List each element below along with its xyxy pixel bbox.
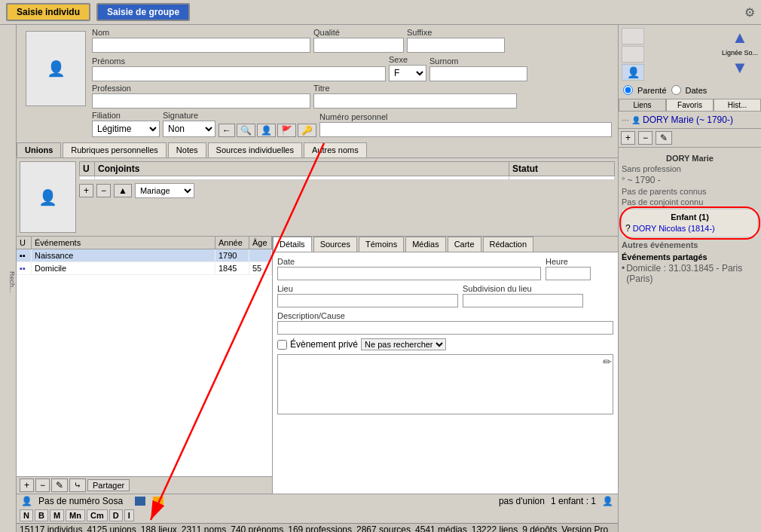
enfant-section-header: Enfant (1) [625, 212, 754, 222]
event-col-evenements: Événements [32, 237, 215, 249]
filiation-select[interactable]: Légitime Naturelle [92, 121, 160, 137]
surnom-input[interactable] [429, 66, 527, 81]
numero-personnel-label: Numéro personnel [319, 112, 612, 121]
qualite-input[interactable] [313, 38, 404, 53]
detail-row-lieu: Lieu Subdivision du lieu [277, 284, 613, 307]
tab-rubriques[interactable]: Rubriques personnelles [63, 142, 167, 157]
sidebar-label: Rech... [8, 271, 16, 293]
subdivision-input[interactable] [463, 294, 583, 307]
nav-b[interactable]: B [35, 509, 48, 521]
details-panel: Détails Sources Témoins Médias Carte Réd… [273, 237, 618, 494]
right-tab-liens[interactable]: Liens [619, 99, 666, 111]
detail-tab-sources[interactable]: Sources [313, 237, 357, 252]
status-dot-2 [153, 497, 164, 506]
arrow-left-btn[interactable]: ← [219, 124, 235, 137]
detail-tab-details[interactable]: Détails [273, 237, 312, 252]
detail-tab-redaction[interactable]: Rédaction [483, 237, 534, 252]
person-entry-name[interactable]: DORY Marie (~ 1790-) [643, 115, 733, 125]
tree-arrow-up[interactable]: ▲ [732, 28, 748, 47]
gear-icon[interactable]: ⚙ [744, 5, 755, 20]
suffixe-input[interactable] [407, 38, 505, 53]
union-remove-btn[interactable]: − [96, 184, 111, 197]
event-remove-btn[interactable]: − [35, 478, 50, 492]
detail-row-date: Date vers 1790 Heure [277, 257, 613, 280]
saisie-groupe-button[interactable]: Saisie de groupe [96, 3, 190, 21]
right-tab-favoris[interactable]: Favoris [666, 99, 714, 111]
stat-noms: 2311 noms [182, 524, 226, 532]
event-share-btn[interactable]: ⤷ [69, 478, 86, 492]
events-table-body: ▪▪ Naissance 1790 ▪▪ Domicile 1845 55 [17, 249, 272, 476]
filiation-field: Filiation Légitime Naturelle [92, 111, 160, 137]
stat-unions: 4125 unions [87, 524, 136, 532]
tab-sources-individuelles[interactable]: Sources individuelles [208, 142, 302, 157]
stat-professions: 169 professions [288, 524, 352, 532]
tab-notes[interactable]: Notes [168, 142, 206, 157]
event-edit-btn[interactable]: ✎ [51, 478, 68, 492]
saisie-individu-button[interactable]: Saisie individu [6, 3, 90, 21]
search-btn[interactable]: 🔍 [237, 124, 255, 137]
signature-select[interactable]: Non Oui [163, 121, 215, 137]
key-btn[interactable]: 🔑 [298, 124, 316, 137]
tab-autres-noms[interactable]: Autres noms [304, 142, 367, 157]
description-input[interactable] [277, 321, 613, 335]
union-up-btn[interactable]: ▲ [114, 184, 132, 197]
event-add-btn[interactable]: + [20, 478, 34, 492]
nav-mn[interactable]: Mn [66, 509, 85, 521]
surnom-label: Surnom [429, 57, 527, 66]
child-section: Enfant (1) ? DORY Nicolas (1814-) [622, 209, 758, 237]
right-pencil-btn[interactable]: ✎ [656, 131, 672, 145]
nav-cm[interactable]: Cm [87, 509, 108, 521]
person-btn[interactable]: 👤 [257, 124, 276, 137]
domicile-event: Domicile : 31.03.1845 - Paris (Paris) [626, 263, 758, 284]
radio-parente[interactable] [623, 85, 633, 95]
partager-button[interactable]: Partager [87, 479, 130, 491]
mariage-select[interactable]: Mariage PACS Union libre [135, 183, 194, 198]
event-row-domicile[interactable]: ▪▪ Domicile 1845 55 [17, 262, 272, 275]
form-fields: Nom DORY Qualité Suffixe [92, 28, 612, 139]
bottom-stats-bar: 15117 individus 4125 unions 188 lieux 23… [17, 523, 618, 532]
prenoms-input[interactable]: Marie [92, 66, 386, 81]
tree-node-ml [622, 46, 644, 63]
titre-input[interactable] [313, 93, 517, 109]
enfant-entry: ? DORY Nicolas (1814-) [625, 223, 754, 234]
detail-tab-temoins[interactable]: Témoins [359, 237, 404, 252]
sexe-select[interactable]: F M [389, 65, 426, 81]
profession-input[interactable]: Sans profession [92, 93, 310, 109]
detail-tab-carte[interactable]: Carte [448, 237, 481, 252]
nav-d[interactable]: D [109, 509, 123, 521]
nav-n[interactable]: N [20, 509, 33, 521]
no-union-text: pas d'union [499, 496, 545, 506]
top-toolbar: Saisie individu Saisie de groupe ⚙ [0, 0, 761, 25]
events-list-controls: + − ✎ ⤷ Partager [17, 476, 272, 494]
tab-unions[interactable]: Unions [17, 142, 61, 157]
pencil-icon[interactable]: ✏ [603, 356, 612, 368]
detail-tab-medias[interactable]: Médias [405, 237, 445, 252]
union-add-btn[interactable]: + [79, 184, 93, 197]
person-name-header: DORY Marie [622, 154, 758, 163]
stat-individus: 15117 individus [20, 524, 82, 532]
right-add-btn[interactable]: + [621, 131, 635, 145]
union-photo: 👤 [20, 161, 76, 233]
heure-input[interactable] [546, 267, 591, 280]
lieu-input[interactable] [277, 294, 458, 307]
date-input[interactable]: vers 1790 [277, 267, 541, 280]
numero-personnel-input[interactable] [319, 122, 612, 137]
prive-checkbox[interactable] [277, 340, 287, 350]
tree-arrow-down[interactable]: ▼ [732, 58, 748, 78]
right-tab-hist[interactable]: Hist... [714, 99, 761, 111]
right-controls: + − ✎ [619, 129, 761, 148]
enfant-link[interactable]: DORY Nicolas (1814-) [633, 224, 715, 233]
right-remove-btn[interactable]: − [638, 131, 653, 145]
note-textarea[interactable] [277, 354, 613, 414]
flag-btn[interactable]: 🚩 [277, 124, 296, 137]
nom-input[interactable]: DORY [92, 38, 310, 53]
shared-events-header: Événements partagés [622, 252, 758, 261]
union-table-container: U Conjoints Statut + − ▲ [79, 161, 615, 233]
nav-m[interactable]: M [50, 509, 64, 521]
nav-i[interactable]: I [124, 509, 134, 521]
rechercher-select[interactable]: Ne pas rechercher Rechercher Recherché [361, 338, 446, 350]
radio-dates[interactable] [671, 85, 681, 95]
autres-evenements-header: Autres événements [622, 240, 758, 249]
event-row-naissance[interactable]: ▪▪ Naissance 1790 [17, 249, 272, 262]
form-row-profession: Profession Sans profession Titre [92, 84, 612, 109]
